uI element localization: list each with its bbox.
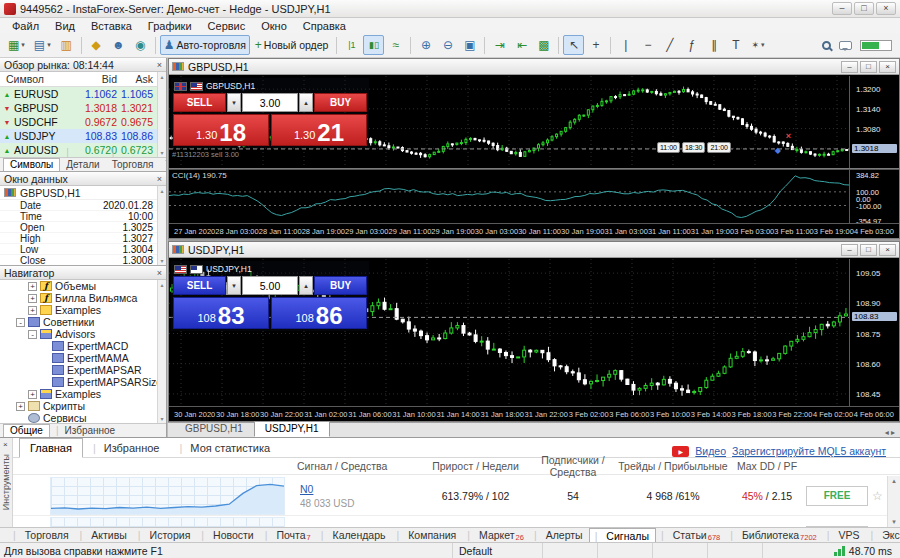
sell-button[interactable]: SELL (173, 276, 226, 295)
navigator-item[interactable]: + Examples (0, 388, 157, 400)
toolbox-tab[interactable]: Компания (392, 528, 463, 543)
gbpusd-price-plot[interactable]: GBPUSD,H1 SELL ▾ 3.00 ▴ BUY 1.3018 (169, 76, 849, 168)
minimize-button[interactable]: – (841, 244, 858, 256)
zoom-out-button[interactable]: ⊖ (437, 35, 458, 55)
navigator-item[interactable]: ExpertMACD (0, 340, 157, 352)
toolbox-tab[interactable]: Маркет26 (462, 528, 529, 543)
signals-button[interactable]: ◉ (130, 35, 151, 55)
market-watch-tab[interactable]: Символы (3, 158, 60, 171)
menu-item[interactable]: Вид (47, 20, 83, 32)
column-symbol[interactable]: Символ (0, 73, 72, 85)
scrollbar[interactable]: ▴▾ (157, 280, 166, 423)
usdjpy-time-axis[interactable]: 30 Jan 202030 Jan 18:0030 Jan 22:0031 Ja… (169, 406, 899, 421)
toolbox-tab[interactable]: Почта7 (260, 528, 316, 543)
templates-button[interactable]: ▩ (533, 35, 554, 55)
buy-price[interactable]: 10886 (271, 297, 367, 329)
toolbox-tab[interactable]: Библиотека7202 (725, 528, 822, 543)
menu-item[interactable]: Сервис (200, 20, 254, 32)
tile-windows-button[interactable]: ▣ (459, 35, 480, 55)
close-button[interactable]: × (876, 2, 896, 15)
close-icon[interactable]: × (3, 440, 8, 449)
minimize-button[interactable]: – (832, 2, 852, 15)
search-icon[interactable] (822, 41, 831, 50)
cursor-button[interactable]: ↖ (563, 35, 584, 55)
tree-expander-icon[interactable]: - (28, 330, 37, 339)
toolbox-tab[interactable]: VPS (822, 528, 866, 543)
menu-item[interactable]: Справка (295, 20, 354, 32)
gbpusd-time-axis[interactable]: 27 Jan 202028 Jan 03:0028 Jan 11:0028 Ja… (169, 223, 899, 238)
close-icon[interactable]: × (157, 268, 162, 278)
buy-button[interactable]: BUY (314, 276, 367, 295)
signals-tab[interactable]: Главная (19, 438, 83, 458)
toolbox-tab[interactable]: Сигналы (589, 528, 656, 543)
maximize-button[interactable]: □ (854, 2, 874, 15)
column-bid[interactable]: Bid (72, 73, 117, 85)
volume-stepper[interactable]: ▴ (299, 93, 313, 112)
close-icon[interactable]: × (157, 60, 162, 70)
signal-row[interactable]: N0 48 033 USD 613.79% / 102 54 4 968 /61… (13, 476, 887, 516)
usdjpy-price-plot[interactable]: USDJPY,H1 SELL ▾ 5.00 ▴ BUY 10883 (169, 259, 849, 408)
navigator-item[interactable]: + ƒ Билла Вильямса (0, 292, 157, 304)
column-growth[interactable]: Прирост / Недели (423, 460, 528, 472)
favorite-star-icon[interactable]: ☆ (872, 489, 887, 503)
gbpusd-price-scale[interactable]: 1.32001.31401.30801.3018 (849, 76, 899, 168)
market-watch-tab[interactable]: Тик (159, 147, 166, 171)
navigator-item[interactable]: ExpertMAPSAR (0, 364, 157, 376)
navigator-item[interactable]: ExpertMAMA (0, 352, 157, 364)
toolbox-tab[interactable]: Статьи678 (656, 528, 725, 543)
scroll-left-icon[interactable]: ◂ (885, 428, 889, 437)
navigator-tab[interactable]: Общие (3, 424, 50, 437)
new-chart-button[interactable]: ▦▾ (4, 35, 29, 55)
chat-icon[interactable] (839, 41, 852, 50)
buy-price[interactable]: 1.3021 (271, 114, 367, 146)
minimize-button[interactable]: – (841, 61, 858, 73)
profiles-button[interactable]: ▤▾ (30, 35, 55, 55)
toolbox-tab[interactable]: Эксперты (866, 528, 900, 543)
channel-button[interactable]: ∥ (703, 35, 724, 55)
volume-input[interactable]: 3.00 (242, 93, 298, 112)
zoom-in-button[interactable]: ⊕ (415, 35, 436, 55)
volume-dropdown[interactable]: ▾ (227, 276, 241, 295)
toolbox-tab[interactable]: История (133, 528, 196, 543)
tree-expander-icon[interactable]: + (28, 294, 37, 303)
column-subscribers[interactable]: Подписчики / Средства (528, 454, 618, 478)
volume-dropdown[interactable]: ▾ (227, 93, 241, 112)
market-watch-row[interactable]: ▲ USDJPY 108.83 108.86 (0, 129, 157, 143)
scrollbar[interactable]: ▴▾ (887, 476, 900, 527)
usdjpy-price-scale[interactable]: 109.05108.90108.75108.60108.45108.83 (849, 259, 899, 408)
signal-row[interactable]: Prospector Scalper EA 291.54% / 91 265 3… (13, 516, 887, 527)
close-button[interactable]: × (879, 244, 896, 256)
navigator-item[interactable]: + Examples (0, 304, 157, 316)
shapes-button[interactable]: ✶▾ (747, 35, 768, 55)
toolbox-tab[interactable]: Активы (75, 528, 133, 543)
toolbox-tab[interactable]: Календарь (316, 528, 392, 543)
new-order-button[interactable]: +Новый ордер (251, 35, 333, 55)
volume-stepper[interactable]: ▴ (299, 276, 313, 295)
cci-scale[interactable]: 384.82100.000.00-100.00-354.97 (849, 170, 899, 226)
cci-indicator-pane[interactable]: CCI(14) 190.75 (169, 170, 849, 226)
scrollbar[interactable]: ▴▾ (157, 186, 166, 265)
sell-button[interactable]: SELL (173, 93, 226, 112)
navigator-item[interactable]: + ƒ Объемы (0, 280, 157, 292)
status-profile[interactable]: Default (452, 543, 542, 558)
tree-expander-icon[interactable]: + (28, 306, 37, 315)
candlestick-chart-button[interactable]: ▮▯ (363, 35, 384, 55)
menu-item[interactable]: Графики (140, 20, 200, 32)
menu-item[interactable]: Окно (253, 20, 295, 32)
signals-tab[interactable]: Моя статистика (169, 439, 280, 457)
column-signal[interactable]: Сигнал / Средства (13, 460, 423, 472)
column-ask[interactable]: Ask (117, 73, 157, 85)
tree-expander-icon[interactable]: - (16, 318, 25, 327)
chart-tab[interactable]: GBPUSD,H1 (174, 421, 254, 437)
trendline-button[interactable]: ╱ (659, 35, 680, 55)
navigator-item[interactable]: + Скрипты (0, 400, 157, 412)
scroll-right-icon[interactable]: ▸ (891, 428, 895, 437)
menu-item[interactable]: Файл (4, 20, 47, 32)
column-maxdd[interactable]: Max DD / PF (728, 460, 806, 472)
history-center-button[interactable]: ▥ (56, 35, 77, 55)
free-button[interactable]: FREE (806, 486, 868, 506)
line-chart-button[interactable]: ≈ (385, 35, 406, 55)
market-watch-button[interactable]: ◆ (86, 35, 107, 55)
video-icon[interactable]: ▶ (672, 446, 689, 457)
column-trades[interactable]: Трейды / Прибыльные (618, 460, 728, 472)
